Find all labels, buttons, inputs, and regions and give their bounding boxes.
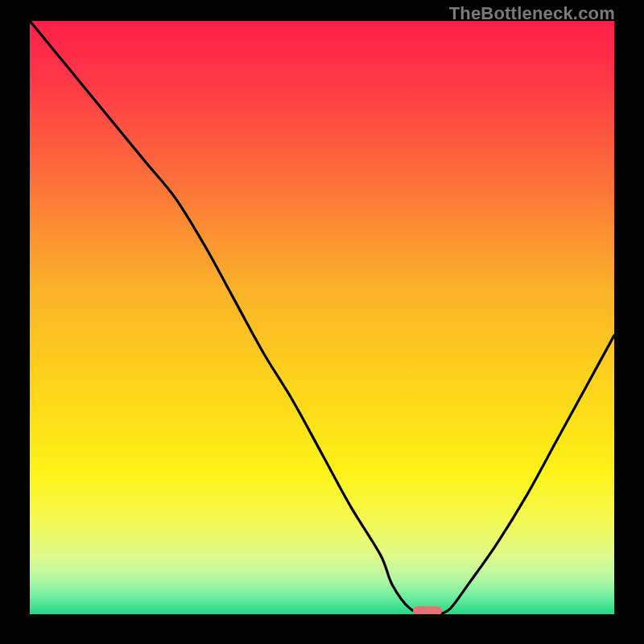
- chart-frame: TheBottleneck.com: [0, 0, 644, 644]
- plot-area: [30, 21, 614, 614]
- bottleneck-curve: [30, 21, 614, 614]
- optimal-marker: [413, 606, 442, 614]
